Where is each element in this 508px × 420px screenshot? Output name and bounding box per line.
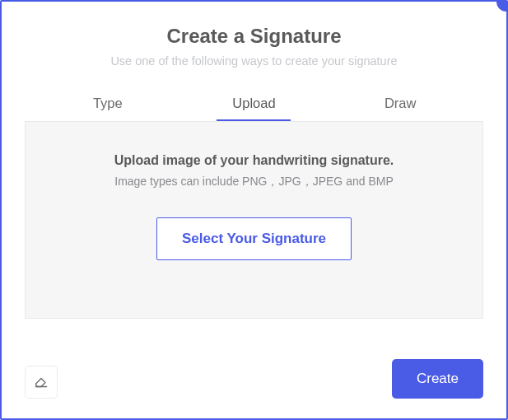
modal-subtitle: Use one of the following ways to create …: [2, 54, 506, 68]
upload-heading: Upload image of your handwriting signatu…: [114, 153, 394, 168]
modal-footer: Create: [2, 319, 506, 418]
signature-tabs: Type Upload Draw: [35, 91, 473, 121]
modal-title: Create a Signature: [2, 25, 506, 48]
eraser-icon: [33, 372, 49, 392]
modal-header: Create a Signature Use one of the follow…: [2, 2, 506, 68]
upload-subtext: Image types can include PNG，JPG，JPEG and…: [114, 175, 393, 189]
tab-draw[interactable]: Draw: [363, 91, 437, 121]
create-button[interactable]: Create: [392, 359, 483, 399]
tab-type[interactable]: Type: [71, 91, 145, 121]
upload-panel: Upload image of your handwriting signatu…: [25, 121, 483, 319]
create-signature-modal: Create a Signature Use one of the follow…: [0, 0, 508, 420]
eraser-button[interactable]: [25, 366, 58, 399]
select-signature-button[interactable]: Select Your Signature: [156, 217, 352, 260]
tab-upload[interactable]: Upload: [217, 91, 291, 121]
